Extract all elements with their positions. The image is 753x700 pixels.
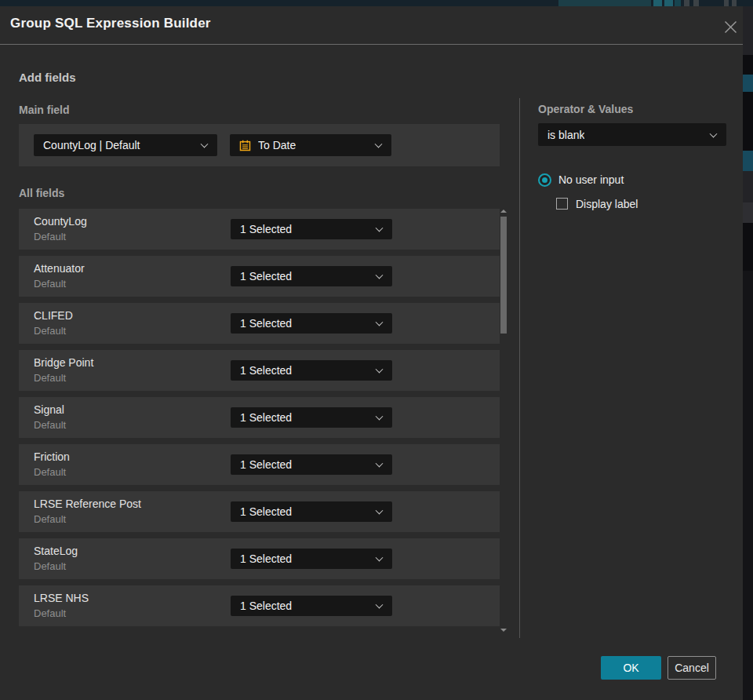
field-row: CLIFED Default 1 Selected <box>19 303 500 344</box>
field-row: LRSE Reference Post Default 1 Selected <box>19 491 500 532</box>
chevron-down-icon <box>376 224 384 232</box>
field-sublabel: Default <box>34 231 66 242</box>
field-selected-dropdown[interactable]: 1 Selected <box>231 266 392 286</box>
background-block <box>743 271 753 700</box>
field-sublabel: Default <box>34 560 66 572</box>
no-user-input-radio[interactable]: No user input <box>538 173 624 187</box>
calendar-icon <box>239 140 251 151</box>
chevron-down-icon <box>376 319 384 326</box>
background-bar-icon <box>684 0 689 6</box>
field-selected-value: 1 Selected <box>240 223 292 235</box>
background-bar-icon <box>693 0 699 6</box>
field-row: StateLog Default 1 Selected <box>19 538 500 579</box>
field-sublabel: Default <box>34 607 66 619</box>
field-row: CountyLog Default 1 Selected <box>19 209 500 250</box>
scroll-down-icon[interactable] <box>500 629 507 632</box>
chevron-down-icon <box>201 140 209 148</box>
field-selected-dropdown[interactable]: 1 Selected <box>231 596 392 616</box>
background-bar-icon <box>724 0 729 6</box>
field-selected-value: 1 Selected <box>240 364 292 377</box>
background-bar-chart-icon <box>653 0 662 6</box>
live-view-label: Live view <box>589 0 631 2</box>
main-field-label: Main field <box>19 104 70 116</box>
dialog-header: Group SQL Expression Builder <box>0 6 743 45</box>
field-name: CountyLog <box>34 215 87 228</box>
field-name: Bridge Point <box>34 356 93 369</box>
operator-dropdown[interactable]: is blank <box>538 123 726 146</box>
column-divider <box>519 98 520 638</box>
background-app-right-strip <box>743 6 753 700</box>
cancel-button[interactable]: Cancel <box>668 656 716 680</box>
field-sublabel: Default <box>34 513 66 525</box>
field-selected-value: 1 Selected <box>240 552 292 565</box>
checkbox-unchecked-icon <box>556 198 568 210</box>
field-name: StateLog <box>34 545 78 557</box>
field-type-dropdown-value: To Date <box>258 139 296 151</box>
main-field-dropdown-value: CountyLog | Default <box>43 139 140 151</box>
chevron-down-icon <box>376 366 384 374</box>
field-name: Attenuator <box>34 262 85 275</box>
field-name: LRSE NHS <box>34 592 89 604</box>
field-name: Friction <box>34 450 70 463</box>
display-label-label: Display label <box>576 198 638 210</box>
field-type-dropdown[interactable]: To Date <box>230 134 391 156</box>
chevron-down-icon <box>376 507 384 515</box>
screen: Live view Group SQL Expression Builder <box>0 0 753 700</box>
operator-dropdown-value: is blank <box>547 129 584 141</box>
dialog-title: Group SQL Expression Builder <box>10 16 211 31</box>
ok-button[interactable]: OK <box>601 656 661 680</box>
no-user-input-label: No user input <box>558 173 624 186</box>
field-name: LRSE Reference Post <box>34 498 141 510</box>
background-teal-block <box>743 75 753 92</box>
field-sublabel: Default <box>34 325 66 337</box>
close-icon[interactable] <box>721 17 740 36</box>
background-block <box>743 202 753 223</box>
field-row: Friction Default 1 Selected <box>19 444 500 485</box>
background-bar-icon <box>732 0 737 6</box>
field-selected-value: 1 Selected <box>240 505 292 518</box>
field-sublabel: Default <box>34 372 66 384</box>
scrollbar-thumb[interactable] <box>500 217 507 334</box>
chevron-down-icon <box>375 140 383 148</box>
dialog-group-sql-expression-builder: Group SQL Expression Builder Add fields … <box>0 6 743 700</box>
background-block <box>743 6 753 55</box>
field-selected-value: 1 Selected <box>240 317 292 330</box>
background-block <box>743 171 753 202</box>
field-selected-dropdown[interactable]: 1 Selected <box>231 549 392 569</box>
field-selected-dropdown[interactable]: 1 Selected <box>231 407 392 428</box>
all-fields-label: All fields <box>19 187 64 199</box>
scrollbar[interactable] <box>500 209 507 633</box>
field-row: Signal Default 1 Selected <box>19 397 500 438</box>
field-selected-dropdown[interactable]: 1 Selected <box>231 360 392 381</box>
main-field-dropdown[interactable]: CountyLog | Default <box>34 134 217 156</box>
chevron-down-icon <box>376 272 384 279</box>
chevron-down-icon <box>710 129 718 137</box>
display-label-checkbox[interactable]: Display label <box>556 197 638 210</box>
radio-selected-icon <box>538 173 551 187</box>
field-sublabel: Default <box>34 466 66 478</box>
scroll-up-icon[interactable] <box>500 210 507 213</box>
field-sublabel: Default <box>34 278 66 290</box>
all-fields-list: CountyLog Default 1 Selected Attenuator … <box>19 209 500 633</box>
main-field-panel: CountyLog | Default To Date <box>19 124 500 166</box>
chevron-down-icon <box>376 601 384 609</box>
field-name: CLIFED <box>34 309 73 322</box>
chevron-down-icon <box>376 554 384 562</box>
field-selected-dropdown[interactable]: 1 Selected <box>231 219 392 239</box>
add-fields-heading: Add fields <box>19 71 76 84</box>
chevron-down-icon <box>376 413 384 421</box>
field-selected-value: 1 Selected <box>240 458 292 471</box>
field-selected-dropdown[interactable]: 1 Selected <box>231 313 392 334</box>
background-bar-chart-icon <box>664 0 673 6</box>
field-row: Attenuator Default 1 Selected <box>19 256 500 297</box>
field-selected-dropdown[interactable]: 1 Selected <box>231 454 392 475</box>
field-selected-dropdown[interactable]: 1 Selected <box>231 501 392 522</box>
field-name: Signal <box>34 403 64 416</box>
field-selected-value: 1 Selected <box>240 600 292 612</box>
field-selected-value: 1 Selected <box>240 411 292 424</box>
background-teal-block <box>743 151 753 171</box>
live-view-button[interactable]: Live view <box>558 0 651 6</box>
field-row: Bridge Point Default 1 Selected <box>19 350 500 391</box>
field-selected-value: 1 Selected <box>240 270 292 283</box>
field-sublabel: Default <box>34 419 66 431</box>
